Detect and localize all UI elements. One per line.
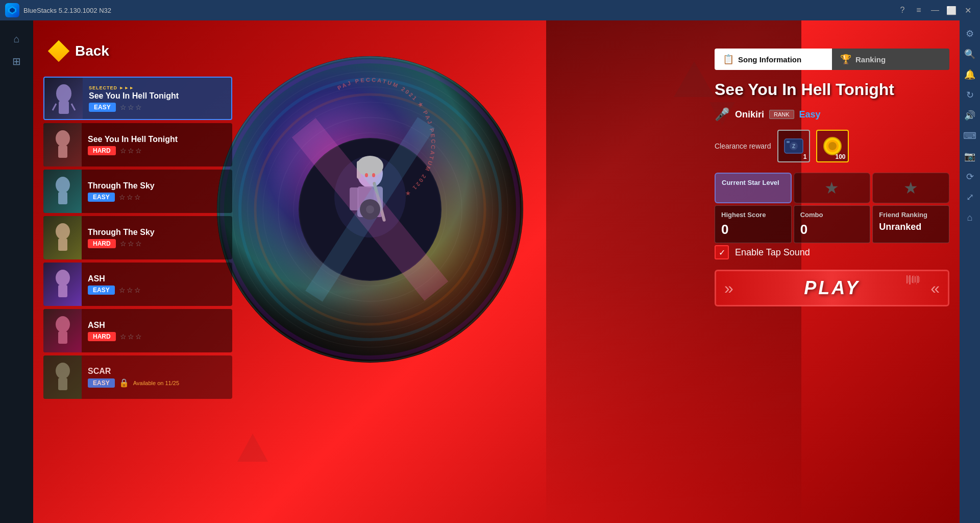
notification-icon[interactable]: 🔔: [961, 65, 979, 84]
stars-display: ☆ ☆ ☆: [120, 240, 142, 248]
vinyl-disc-container: PAJ PECCATUM 2021 ★ PAJ PECCATUM 2021 ★: [212, 51, 528, 368]
star-icon: ☆: [135, 332, 142, 341]
song-item-info: Through The Sky HARD ☆ ☆ ☆: [82, 224, 232, 252]
help-button[interactable]: ?: [895, 3, 910, 17]
game-area: Back SELECTED ►►► See You In Hell Tonigh…: [33, 20, 980, 523]
home2-icon[interactable]: ⌂: [961, 208, 979, 227]
svg-point-16: [56, 363, 70, 379]
svg-rect-11: [58, 239, 67, 251]
star-icon: ☆: [135, 103, 142, 111]
svg-line-5: [71, 104, 75, 110]
svg-rect-17: [58, 378, 67, 390]
difficulty-row: EASY 🔒 Available on 11/25: [88, 378, 226, 388]
play-button[interactable]: » PLAY «: [715, 270, 949, 306]
home-icon[interactable]: ⌂: [7, 29, 27, 49]
stars-display: ☆ ☆ ☆: [120, 103, 142, 111]
current-star-label: Current Star Level: [722, 179, 785, 186]
song-item-info: SELECTED ►►► See You In Hell Tonight EAS…: [83, 81, 231, 116]
tap-sound-checkbox[interactable]: ✓: [715, 245, 729, 259]
star-icon: ☆: [134, 193, 141, 201]
play-button-label: PLAY: [804, 277, 860, 299]
song-title: ASH: [88, 321, 226, 330]
titlebar: BlueStacks 5.2.130.1002 N32 ? ≡ — ⬜ ✕: [0, 0, 980, 20]
friend-ranking-box: Friend Ranking Unranked: [872, 205, 949, 243]
star-icon: ☆: [127, 286, 133, 294]
minimize-button[interactable]: —: [928, 3, 942, 17]
highest-score-label: Highest Score: [721, 211, 785, 219]
play-arrow-right-icon: «: [930, 279, 940, 298]
song-detail-title: See You In Hell Tonight: [715, 80, 949, 99]
current-star-level-box: Current Star Level: [715, 173, 792, 203]
svg-point-8: [56, 177, 70, 193]
stars-display: ☆ ☆ ☆: [119, 286, 141, 294]
star-icon: ☆: [120, 332, 127, 341]
star-icon: ☆: [120, 240, 127, 248]
song-item-info: ASH HARD ☆ ☆ ☆: [82, 317, 232, 345]
song-item-info: See You In Hell Tonight HARD ☆ ☆ ☆: [82, 131, 232, 159]
stars-display: ☆ ☆ ☆: [120, 332, 142, 341]
back-button[interactable]: Back: [48, 41, 109, 61]
star-icon: ☆: [128, 147, 134, 155]
artist-name: Onikiri: [735, 109, 764, 120]
star-icon: ☆: [135, 147, 142, 155]
song-thumbnail: [44, 77, 83, 120]
svg-text:Z: Z: [792, 144, 795, 149]
svg-point-57: [828, 142, 837, 150]
volume-icon[interactable]: 🔊: [961, 106, 979, 125]
refresh-icon[interactable]: ⟳: [961, 168, 979, 186]
svg-rect-15: [58, 331, 67, 344]
svg-point-40: [365, 173, 368, 177]
menu-button[interactable]: ≡: [912, 3, 926, 17]
clearance-label: Clearance reward: [715, 142, 771, 150]
song-thumbnail: [43, 170, 82, 213]
song-item[interactable]: Through The Sky EASY ☆ ☆ ☆: [43, 170, 232, 213]
reward-item-2: 100: [816, 130, 849, 162]
song-item[interactable]: See You In Hell Tonight HARD ☆ ☆ ☆: [43, 123, 232, 167]
song-item[interactable]: SELECTED ►►► See You In Hell Tonight EAS…: [43, 77, 232, 120]
screenshot-icon[interactable]: 📷: [961, 147, 979, 165]
settings-icon[interactable]: ⚙: [961, 25, 979, 43]
maximize-button[interactable]: ⬜: [944, 3, 959, 17]
star-icon: ☆: [119, 193, 126, 201]
apps-icon[interactable]: ⊞: [7, 51, 27, 72]
svg-line-4: [53, 104, 56, 110]
star-icon: ☆: [120, 103, 127, 111]
expand-icon[interactable]: ⤢: [961, 188, 979, 206]
right-panel: 📋 Song Information 🏆 Ranking See You In …: [715, 49, 949, 306]
search-icon[interactable]: 🔍: [961, 45, 979, 63]
svg-rect-9: [58, 192, 67, 204]
song-item[interactable]: ASH HARD ☆ ☆ ☆: [43, 309, 232, 352]
tab-song-information[interactable]: 📋 Song Information: [715, 49, 832, 70]
song-item-info: Through The Sky EASY ☆ ☆ ☆: [82, 177, 232, 206]
reward-item-1: Z 1: [777, 130, 810, 162]
song-title: Through The Sky: [88, 228, 226, 237]
song-item[interactable]: SCAR EASY 🔒 Available on 11/25: [43, 355, 232, 399]
tab-ranking-label: Ranking: [855, 55, 886, 64]
svg-point-10: [56, 223, 70, 240]
svg-rect-13: [58, 285, 67, 297]
combo-box: Combo 0: [794, 205, 871, 243]
close-button[interactable]: ✕: [961, 3, 975, 17]
svg-rect-39: [364, 158, 368, 169]
friend-ranking-label: Friend Ranking: [879, 211, 943, 219]
rotate-icon[interactable]: ↻: [961, 86, 979, 104]
difficulty-badge: EASY: [88, 193, 115, 202]
difficulty-badge: HARD: [88, 146, 116, 155]
barcode-decoration: [906, 275, 920, 284]
keyboard-icon[interactable]: ⌨: [961, 127, 979, 145]
difficulty-badge: EASY: [88, 286, 115, 295]
difficulty-row: EASY ☆ ☆ ☆: [89, 103, 225, 112]
song-thumbnail: [43, 216, 82, 259]
document-icon: 📋: [723, 54, 734, 65]
svg-point-2: [56, 84, 71, 103]
clearance-reward-row: Clearance reward Z 1: [715, 130, 949, 162]
star-icon: ☆: [127, 193, 133, 201]
friend-ranking-value: Unranked: [879, 222, 943, 232]
song-item[interactable]: ASH EASY ☆ ☆ ☆: [43, 263, 232, 306]
tab-ranking[interactable]: 🏆 Ranking: [832, 49, 949, 70]
star-slot-2: ★: [872, 173, 949, 203]
song-item[interactable]: Through The Sky HARD ☆ ☆ ☆: [43, 216, 232, 259]
stars-display: ☆ ☆ ☆: [119, 193, 141, 201]
highest-score-value: 0: [721, 222, 785, 237]
bluestacks-logo: [5, 3, 19, 17]
